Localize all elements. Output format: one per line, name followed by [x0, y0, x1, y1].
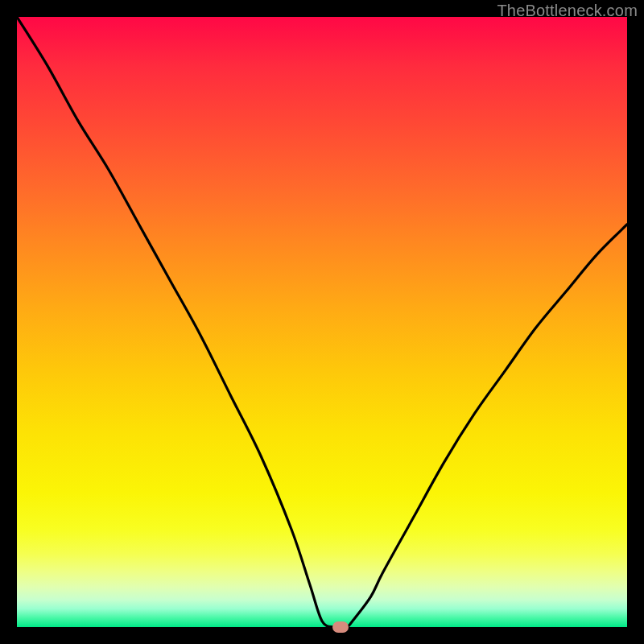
chart-frame: TheBottleneck.com: [0, 0, 644, 644]
minimum-marker: [332, 621, 349, 633]
plot-area: [17, 17, 627, 627]
bottleneck-curve: [17, 17, 627, 627]
